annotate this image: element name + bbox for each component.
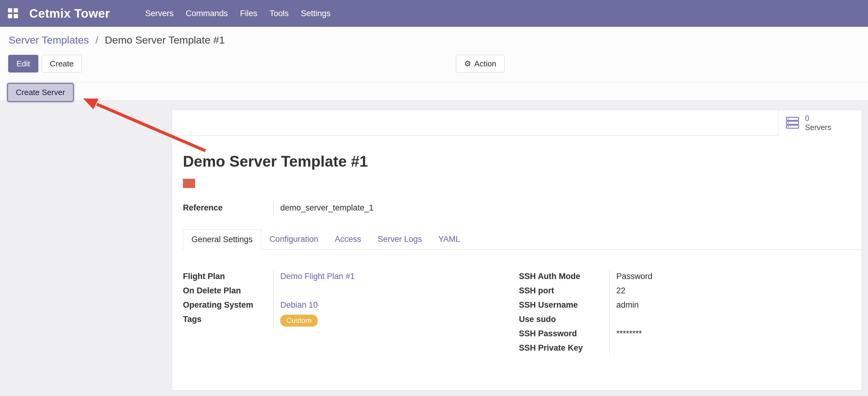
main-menu: Servers Commands Files Tools Settings (139, 0, 337, 27)
breadcrumb-separator: / (95, 34, 98, 46)
field-value-flight-plan: Demo Flight Plan #1 (273, 270, 519, 284)
group-left: Flight Plan Demo Flight Plan #1 On Delet… (183, 270, 519, 356)
field-label-on-delete-plan: On Delete Plan (183, 284, 273, 299)
field-value-operating-system: Debian 10 (273, 299, 519, 313)
field-value-ssh-auth-mode: Password (609, 270, 763, 284)
field-label-ssh-password: SSH Password (519, 327, 609, 341)
field-label-tags: Tags (183, 313, 273, 327)
field-label-ssh-port: SSH port (519, 284, 609, 299)
group-right: SSH Auth Mode Password SSH port 22 SSH U… (519, 270, 763, 356)
server-stack-icon (785, 116, 800, 130)
tab-general-settings[interactable]: General Settings (183, 229, 261, 250)
reference-label: Reference (183, 201, 273, 217)
breadcrumb-current: Demo Server Template #1 (105, 34, 225, 46)
nav-item-files[interactable]: Files (234, 0, 263, 27)
field-value-use-sudo (609, 313, 763, 327)
nav-item-settings[interactable]: Settings (294, 0, 337, 27)
action-menu-label: Action (474, 60, 496, 67)
create-server-row: Create Server (0, 82, 868, 101)
stat-label: Servers (805, 123, 831, 132)
field-value-on-delete-plan (273, 284, 519, 299)
field-value-ssh-port: 22 (609, 284, 763, 299)
field-label-flight-plan: Flight Plan (183, 270, 273, 284)
servers-stat-button[interactable]: 0 Servers (778, 110, 862, 136)
nav-item-servers[interactable]: Servers (139, 0, 180, 27)
create-button[interactable]: Create (42, 55, 82, 73)
action-menu-button[interactable]: ⚙ Action (456, 55, 505, 73)
record-title: Demo Server Template #1 (183, 152, 862, 170)
field-label-operating-system: Operating System (183, 299, 273, 313)
tab-configuration[interactable]: Configuration (261, 229, 327, 250)
nav-item-commands[interactable]: Commands (180, 0, 234, 27)
record-form-card: 0 Servers Demo Server Template #1 Refere… (172, 110, 862, 391)
tab-yaml[interactable]: YAML (430, 229, 468, 250)
color-swatch[interactable] (183, 179, 195, 188)
gear-icon: ⚙ (464, 60, 471, 67)
field-value-ssh-username: admin (609, 299, 763, 313)
stat-button-row: 0 Servers (172, 110, 862, 136)
field-label-ssh-username: SSH Username (519, 299, 609, 313)
field-value-ssh-password: ******** (609, 327, 763, 341)
field-value-tags: Custom (273, 313, 519, 327)
operating-system-link[interactable]: Debian 10 (280, 300, 318, 310)
breadcrumb: Server Templates / Demo Server Template … (8, 34, 225, 46)
general-settings-groups: Flight Plan Demo Flight Plan #1 On Delet… (183, 270, 862, 356)
top-navbar: Cetmix Tower Servers Commands Files Tool… (0, 0, 868, 27)
nav-item-tools[interactable]: Tools (263, 0, 294, 27)
record-sheet: Demo Server Template #1 Reference demo_s… (172, 152, 862, 356)
field-value-ssh-private-key (609, 341, 763, 356)
field-label-use-sudo: Use sudo (519, 313, 609, 327)
field-label-ssh-auth-mode: SSH Auth Mode (519, 270, 609, 284)
reference-value: demo_server_template_1 (273, 201, 519, 217)
reference-group: Reference demo_server_template_1 (183, 201, 519, 217)
stat-text: 0 Servers (805, 114, 831, 132)
stat-value: 0 (805, 114, 831, 123)
tag-custom[interactable]: Custom (280, 315, 318, 327)
notebook-tabs: General Settings Configuration Access Se… (183, 229, 862, 250)
control-panel: Server Templates / Demo Server Template … (0, 27, 868, 101)
flight-plan-link[interactable]: Demo Flight Plan #1 (280, 272, 355, 281)
tab-access[interactable]: Access (327, 229, 370, 250)
record-buttons: Edit Create (8, 55, 82, 73)
apps-grid-icon[interactable] (8, 8, 18, 19)
create-server-button[interactable]: Create Server (7, 83, 74, 102)
breadcrumb-parent-link[interactable]: Server Templates (8, 34, 89, 46)
field-label-ssh-private-key: SSH Private Key (519, 341, 609, 356)
page: Cetmix Tower Servers Commands Files Tool… (0, 0, 868, 396)
edit-button[interactable]: Edit (8, 55, 38, 73)
brand-title[interactable]: Cetmix Tower (29, 7, 110, 21)
tab-server-logs[interactable]: Server Logs (370, 229, 430, 250)
